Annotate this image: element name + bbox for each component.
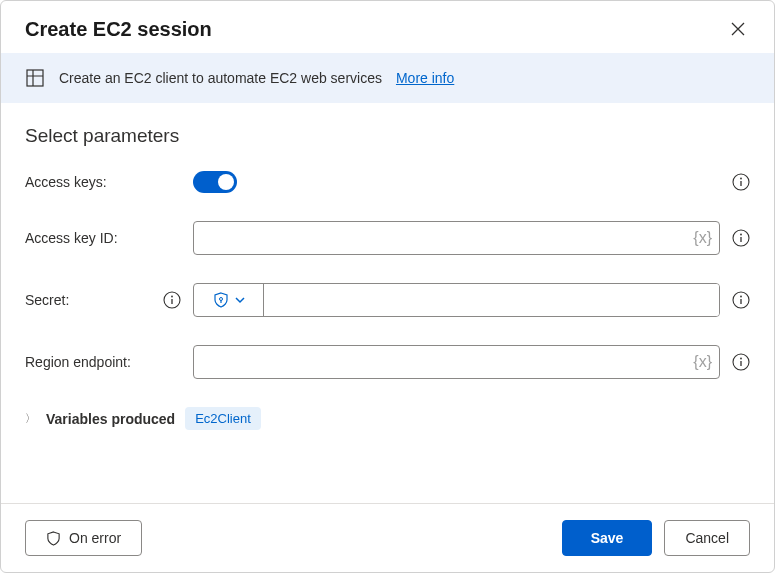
info-icon[interactable] <box>732 229 750 247</box>
section-title: Select parameters <box>25 125 750 147</box>
content-area: Select parameters Access keys: Access ke… <box>1 103 774 503</box>
region-endpoint-row: Region endpoint: {x} <box>25 345 750 379</box>
info-icon[interactable] <box>163 291 181 309</box>
dialog-header: Create EC2 session <box>1 1 774 53</box>
more-info-link[interactable]: More info <box>396 70 454 86</box>
close-button[interactable] <box>726 17 750 41</box>
variables-produced-row[interactable]: 〉 Variables produced Ec2Client <box>25 407 750 430</box>
svg-rect-0 <box>27 70 43 86</box>
svg-point-4 <box>740 178 742 180</box>
close-icon <box>730 21 746 37</box>
access-key-id-row: Access key ID: {x} <box>25 221 750 255</box>
info-banner: Create an EC2 client to automate EC2 web… <box>1 53 774 103</box>
dialog-title: Create EC2 session <box>25 18 212 41</box>
cancel-label: Cancel <box>685 530 729 546</box>
panel-icon <box>25 68 45 88</box>
secret-type-dropdown[interactable] <box>194 284 264 316</box>
info-banner-text: Create an EC2 client to automate EC2 web… <box>59 70 382 86</box>
access-keys-label: Access keys: <box>25 174 181 190</box>
on-error-label: On error <box>69 530 121 546</box>
info-icon[interactable] <box>732 353 750 371</box>
secret-input-group <box>193 283 720 317</box>
toggle-knob <box>218 174 234 190</box>
svg-point-15 <box>740 296 742 298</box>
svg-point-12 <box>219 298 222 301</box>
on-error-button[interactable]: On error <box>25 520 142 556</box>
save-label: Save <box>591 530 624 546</box>
cancel-button[interactable]: Cancel <box>664 520 750 556</box>
chevron-right-icon: 〉 <box>25 411 36 426</box>
dialog-footer: On error Save Cancel <box>1 503 774 572</box>
info-icon[interactable] <box>732 173 750 191</box>
info-icon[interactable] <box>732 291 750 309</box>
secret-label: Secret: <box>25 292 69 308</box>
variable-chip[interactable]: Ec2Client <box>185 407 261 430</box>
region-endpoint-label: Region endpoint: <box>25 354 181 370</box>
access-keys-toggle[interactable] <box>193 171 237 193</box>
access-keys-row: Access keys: <box>25 171 750 193</box>
access-key-id-input[interactable] <box>193 221 720 255</box>
variables-produced-label: Variables produced <box>46 411 175 427</box>
svg-point-10 <box>171 296 173 298</box>
secret-row: Secret: <box>25 283 750 317</box>
save-button[interactable]: Save <box>562 520 653 556</box>
access-key-id-label: Access key ID: <box>25 230 181 246</box>
svg-point-7 <box>740 234 742 236</box>
svg-point-18 <box>740 358 742 360</box>
secret-input[interactable] <box>264 284 719 316</box>
shield-outline-icon <box>46 531 61 546</box>
shield-icon <box>213 292 229 308</box>
chevron-down-icon <box>235 295 245 305</box>
region-endpoint-input[interactable] <box>193 345 720 379</box>
